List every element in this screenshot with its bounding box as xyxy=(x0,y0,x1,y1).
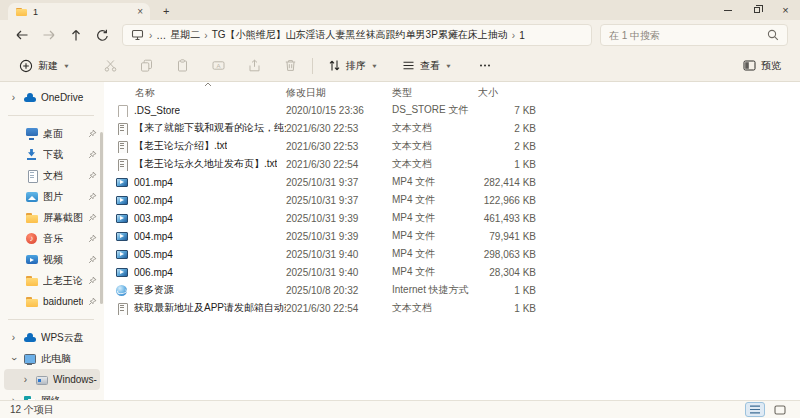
sidebar-item[interactable]: 下载 xyxy=(4,144,100,165)
sidebar-item[interactable]: baidunetdisl xyxy=(4,291,100,312)
sidebar-item[interactable]: 上老王论坛当 xyxy=(4,270,100,291)
pin-icon xyxy=(88,171,97,180)
sidebar-item[interactable]: 桌面 xyxy=(4,123,100,144)
sidebar-item-label: OneDrive xyxy=(41,92,97,103)
txt-file-icon xyxy=(115,302,128,315)
breadcrumb-item[interactable]: 1 xyxy=(517,30,527,41)
sort-button[interactable]: 排序 ▼ xyxy=(321,55,385,77)
minimize-button[interactable] xyxy=(713,0,742,20)
file-name: 【老王论坛介绍】.txt xyxy=(134,139,227,153)
breadcrumb-overflow[interactable]: … xyxy=(154,30,168,41)
maximize-button[interactable] xyxy=(742,0,771,20)
sidebar-separator xyxy=(8,115,94,116)
file-name: 004.mp4 xyxy=(134,231,173,242)
more-button[interactable] xyxy=(471,55,499,76)
forward-button[interactable] xyxy=(35,23,62,47)
sidebar-item[interactable]: › Windows-SSD xyxy=(4,369,100,390)
thumbnail-view-button[interactable] xyxy=(770,402,790,417)
file-date: 2021/6/30 22:53 xyxy=(286,141,392,152)
table-row[interactable]: 006.mp4 2025/10/31 9:40 MP4 文件 28,304 KB xyxy=(112,263,800,281)
sidebar-item-label: 上老王论坛当 xyxy=(43,274,83,288)
refresh-button[interactable] xyxy=(89,23,116,47)
video-icon xyxy=(25,253,38,266)
table-row[interactable]: 005.mp4 2025/10/31 9:40 MP4 文件 298,063 K… xyxy=(112,245,800,263)
column-header-date[interactable]: 修改日期 xyxy=(286,86,392,100)
document-icon xyxy=(25,169,38,182)
table-row[interactable]: 【来了就能下载和观看的论坛，纯免费！】.txt 2021/6/30 22:53 … xyxy=(112,119,800,137)
folder-icon xyxy=(25,274,38,287)
table-row[interactable]: 【老王论坛永久地址发布页】.txt 2021/6/30 22:54 文本文档 1… xyxy=(112,155,800,173)
sidebar-item[interactable]: › WPS云盘 xyxy=(4,327,100,348)
table-row[interactable]: 更多资源 2025/10/8 20:32 Internet 快捷方式 1 KB xyxy=(112,281,800,299)
file-size: 461,493 KB xyxy=(478,213,536,224)
file-size: 298,063 KB xyxy=(478,249,536,260)
sidebar-item[interactable]: › 此电脑 xyxy=(4,348,100,369)
copy-button[interactable] xyxy=(133,55,160,76)
back-button[interactable] xyxy=(8,23,35,47)
sidebar-item[interactable]: 文档 xyxy=(4,165,100,186)
copy-icon xyxy=(140,59,153,72)
mp4-file-icon xyxy=(115,212,128,225)
up-button[interactable] xyxy=(62,23,89,47)
column-header-size[interactable]: 大小 xyxy=(478,86,536,100)
explorer-tab[interactable]: 1 × xyxy=(8,3,150,20)
chevron-right-icon: › xyxy=(9,93,18,103)
file-date: 2025/10/31 9:37 xyxy=(286,195,392,206)
sidebar-item[interactable]: 屏幕截图 xyxy=(4,207,100,228)
close-button[interactable]: × xyxy=(771,0,800,20)
sidebar-item[interactable]: 图片 xyxy=(4,186,100,207)
file-type: 文本文档 xyxy=(392,121,478,135)
file-type: MP4 文件 xyxy=(392,229,478,243)
new-button[interactable]: 新建 ▼ xyxy=(12,55,77,77)
navigation-bar: ›…星期二›TG【小熊维尼】山东淫语人妻黑丝袜高跟约单男3P累瘫在床上抽动›1 xyxy=(0,20,800,50)
column-headers: 名称 修改日期 类型 大小 xyxy=(112,84,800,101)
chevron-down-icon: ▼ xyxy=(63,63,70,69)
search-input[interactable] xyxy=(609,30,763,41)
table-row[interactable]: .DS_Store 2020/10/15 23:36 DS_STORE 文件 7… xyxy=(112,101,800,119)
view-label: 查看 xyxy=(420,59,440,73)
refresh-icon xyxy=(96,29,109,42)
thumbnail-view-icon xyxy=(774,405,786,415)
file-date: 2025/10/31 9:39 xyxy=(286,213,392,224)
sidebar-item[interactable]: 音乐 xyxy=(4,228,100,249)
details-view-button[interactable] xyxy=(745,402,765,417)
file-type: MP4 文件 xyxy=(392,175,478,189)
table-row[interactable]: 002.mp4 2025/10/31 9:37 MP4 文件 122,966 K… xyxy=(112,191,800,209)
breadcrumb-chevron-icon: › xyxy=(202,30,209,41)
sidebar-item-label: 此电脑 xyxy=(41,352,97,366)
file-name: 003.mp4 xyxy=(134,213,173,224)
file-date: 2021/6/30 22:54 xyxy=(286,159,392,170)
table-row[interactable]: 获取最新地址及APP请发邮箱自动获取.txt 2021/6/30 22:54 文… xyxy=(112,299,800,317)
table-row[interactable]: 【老王论坛介绍】.txt 2021/6/30 22:53 文本文档 2 KB xyxy=(112,137,800,155)
file-type: MP4 文件 xyxy=(392,193,478,207)
sidebar-item[interactable]: 视频 xyxy=(4,249,100,270)
file-date: 2021/6/30 22:54 xyxy=(286,303,392,314)
drive-icon xyxy=(35,373,48,386)
share-button[interactable] xyxy=(241,55,268,76)
table-row[interactable]: 003.mp4 2025/10/31 9:39 MP4 文件 461,493 K… xyxy=(112,209,800,227)
preview-button[interactable]: 预览 xyxy=(736,55,788,77)
sidebar-pinned-list: 桌面 下载 文档 图片 屏幕截图 音乐 视频 上老王论坛当 baidunetdi… xyxy=(0,123,104,312)
tab-close-icon[interactable]: × xyxy=(137,7,143,17)
view-button[interactable]: 查看 ▼ xyxy=(395,55,459,77)
breadcrumb[interactable]: ›…星期二›TG【小熊维尼】山东淫语人妻黑丝袜高跟约单男3P累瘫在床上抽动›1 xyxy=(122,24,592,46)
table-row[interactable]: 004.mp4 2025/10/31 9:39 MP4 文件 79,941 KB xyxy=(112,227,800,245)
rename-button[interactable]: A xyxy=(205,55,232,76)
cut-button[interactable] xyxy=(97,55,124,76)
new-tab-button[interactable]: + xyxy=(163,6,169,17)
paste-button[interactable] xyxy=(169,55,196,76)
sidebar-item-label: WPS云盘 xyxy=(41,331,97,345)
column-header-type[interactable]: 类型 xyxy=(392,86,478,100)
mp4-file-icon xyxy=(115,266,128,279)
delete-button[interactable] xyxy=(277,55,304,76)
sidebar-item-onedrive[interactable]: › OneDrive xyxy=(4,87,100,108)
breadcrumb-item[interactable]: 星期二 xyxy=(168,28,202,42)
preview-label: 预览 xyxy=(761,59,781,73)
search-icon xyxy=(767,29,779,41)
pc-icon xyxy=(23,352,36,365)
search-box[interactable] xyxy=(600,24,788,46)
column-header-name[interactable]: 名称 xyxy=(112,86,286,100)
table-row[interactable]: 001.mp4 2025/10/31 9:37 MP4 文件 282,414 K… xyxy=(112,173,800,191)
sidebar-scrollbar[interactable] xyxy=(100,132,103,304)
breadcrumb-item[interactable]: TG【小熊维尼】山东淫语人妻黑丝袜高跟约单男3P累瘫在床上抽动 xyxy=(210,28,510,42)
